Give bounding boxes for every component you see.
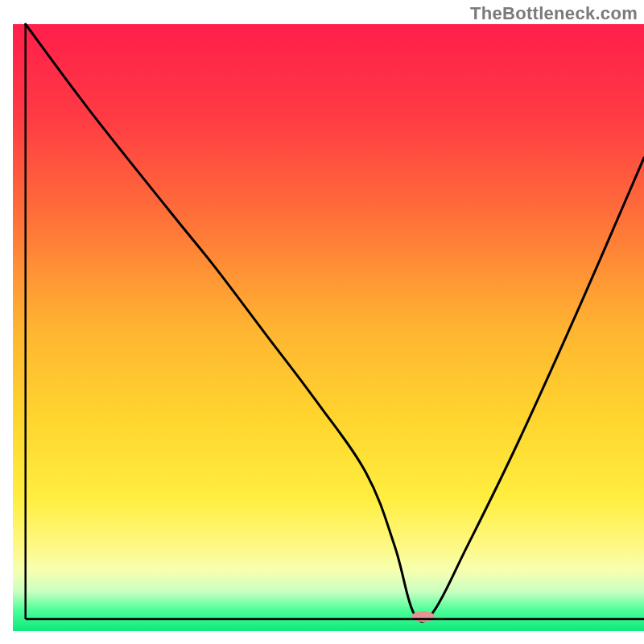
chart-svg (0, 0, 644, 644)
watermark-text: TheBottleneck.com (470, 3, 638, 24)
plot-background (13, 24, 644, 631)
marker-group (412, 611, 435, 622)
optimal-marker (412, 611, 435, 622)
bottleneck-chart: TheBottleneck.com (0, 0, 644, 644)
